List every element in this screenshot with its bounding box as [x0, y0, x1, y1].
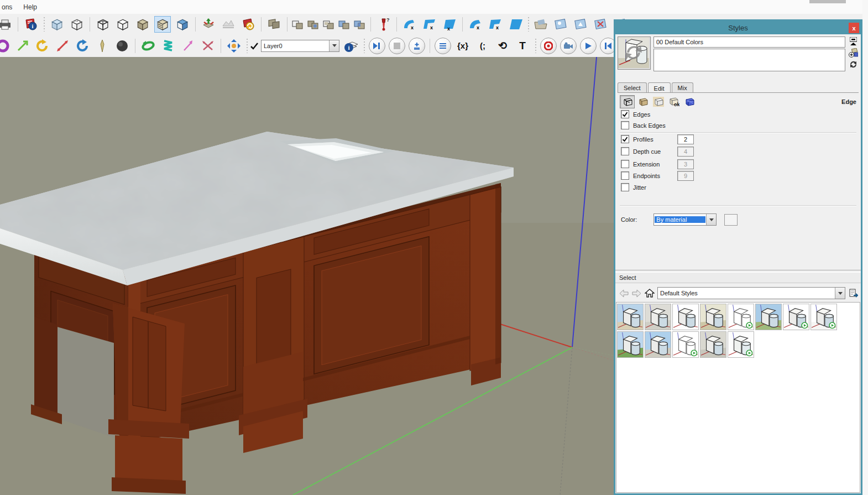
union-solids-icon[interactable]: [306, 17, 321, 32]
style-thumbnail-shaded-white[interactable]: [672, 304, 699, 330]
trim-solids-icon[interactable]: [337, 17, 352, 32]
style-thumbnail-shaded-gray[interactable]: [645, 304, 671, 330]
style-thumbnail-shaded-green-ground[interactable]: [617, 331, 644, 358]
home-icon[interactable]: [643, 287, 656, 299]
back-edges-mode-icon[interactable]: [69, 16, 85, 33]
edge-color-combobox-arrow[interactable]: [706, 214, 716, 225]
style-name-field[interactable]: 00 Default Colors: [653, 37, 845, 48]
monochrome-mode-icon[interactable]: [174, 16, 191, 33]
open-folder-icon[interactable]: [533, 16, 550, 33]
green-arrow-icon[interactable]: [14, 38, 31, 54]
profiles-checkbox[interactable]: [621, 135, 629, 143]
text-tool-icon[interactable]: T: [514, 38, 531, 54]
intersect-solids-icon[interactable]: [291, 17, 305, 32]
layer-combobox-arrow[interactable]: [329, 40, 339, 51]
styles-panel-titlebar[interactable]: Styles x: [615, 21, 861, 34]
style-description-field[interactable]: [653, 49, 845, 71]
style-thumbnail-shaded-white-fast[interactable]: [783, 304, 809, 330]
menu-item-truncated[interactable]: ons: [0, 1, 18, 13]
red-arrows-icon[interactable]: [54, 38, 71, 54]
plus-minus-button[interactable]: [409, 38, 425, 54]
subtract-solids-icon[interactable]: [322, 17, 336, 32]
profiles-value-input[interactable]: 2: [677, 134, 694, 144]
style-thumbnail-shaded-warmgray[interactable]: [700, 331, 726, 358]
forward-icon[interactable]: [630, 287, 643, 299]
style-thumbnail-shaded-sky-tan[interactable]: [617, 304, 644, 330]
back-edges-checkbox[interactable]: [621, 121, 629, 129]
model-viewport[interactable]: [0, 57, 614, 495]
blue-rotate-icon[interactable]: [74, 38, 91, 54]
styles-collection-arrow[interactable]: [835, 288, 845, 299]
bevel-corner-large-icon[interactable]: [507, 16, 524, 33]
green-orbit-icon[interactable]: [140, 38, 156, 54]
jitter-checkbox[interactable]: [621, 183, 629, 191]
collection-details-icon[interactable]: [848, 287, 859, 299]
sharp-corner-icon[interactable]: x: [421, 16, 438, 33]
extension-checkbox-row[interactable]: Extension 3: [621, 160, 660, 168]
back-edges-checkbox-row[interactable]: Back Edges: [621, 121, 666, 129]
xray-mode-icon[interactable]: [49, 16, 65, 33]
purple-ring-icon[interactable]: [0, 38, 11, 54]
sharp-corner-large-icon[interactable]: x: [487, 16, 504, 33]
update-style-button[interactable]: [849, 60, 858, 69]
edge-color-combobox[interactable]: By material: [653, 213, 717, 226]
style-thumbnail-shaded-green-tan[interactable]: [700, 304, 726, 330]
secondary-pane-header[interactable]: Select: [615, 272, 861, 283]
modeling-settings-icon[interactable]: [682, 95, 697, 108]
play-pause-button[interactable]: [369, 38, 385, 54]
parentheses-icon[interactable]: (;: [474, 38, 491, 54]
extension-checkbox[interactable]: [621, 160, 629, 168]
close-icon[interactable]: x: [849, 23, 859, 33]
tab-select[interactable]: Select: [618, 82, 647, 92]
edges-checkbox[interactable]: [621, 110, 629, 118]
face-settings-icon[interactable]: [635, 95, 650, 108]
blue-cycle-icon[interactable]: [226, 38, 242, 54]
layer-manager-icon[interactable]: i: [343, 38, 359, 54]
black-sphere-icon[interactable]: [114, 38, 130, 54]
endpoints-checkbox-row[interactable]: Endpoints 9: [621, 171, 660, 180]
shaded-with-textures-mode-icon[interactable]: [154, 16, 171, 33]
model-info-icon[interactable]: i: [23, 16, 39, 33]
hidden-line-mode-icon[interactable]: [114, 16, 131, 33]
depth-cue-checkbox-row[interactable]: Depth cue 4: [621, 147, 661, 155]
wireframe-mode-icon[interactable]: [95, 16, 111, 33]
image-tool-3-icon[interactable]: [593, 16, 609, 33]
rotate-back-icon[interactable]: ⟲: [494, 38, 511, 54]
bevel-corner-icon[interactable]: x: [441, 16, 458, 33]
photo-textures-icon[interactable]: [240, 16, 257, 33]
layer-combobox[interactable]: Layer0: [261, 40, 339, 52]
add-location-icon[interactable]: [200, 16, 217, 33]
shaded-mode-icon[interactable]: [134, 16, 151, 33]
style-thumbnail-shaded-white-fast2[interactable]: [811, 304, 837, 330]
teal-spring-icon[interactable]: [160, 38, 176, 54]
style-thumbnail-hiddenline-white[interactable]: [728, 304, 754, 330]
edge-color-swatch[interactable]: [724, 214, 738, 226]
background-settings-icon[interactable]: [651, 95, 666, 108]
play-button[interactable]: [580, 38, 597, 54]
edge-settings-icon[interactable]: [620, 95, 635, 108]
styles-collection-combobox[interactable]: Default Styles: [657, 287, 845, 299]
round-corner-icon[interactable]: x: [401, 16, 418, 33]
record-button[interactable]: [540, 38, 557, 54]
style-thumbnail-xray-fast[interactable]: [728, 331, 754, 358]
menu-lines-button[interactable]: [435, 38, 451, 54]
show-secondary-pane-button[interactable]: [849, 37, 858, 46]
stop-button[interactable]: [389, 38, 405, 54]
print-icon[interactable]: [0, 16, 13, 33]
outer-shell-icon[interactable]: [266, 16, 283, 33]
style-thumbnail-shaded-sky-green[interactable]: [755, 304, 782, 330]
split-solids-icon[interactable]: [353, 17, 367, 32]
magenta-arrow-icon[interactable]: [180, 38, 196, 54]
image-tool-1-icon[interactable]: [553, 16, 569, 33]
jitter-checkbox-row[interactable]: Jitter: [621, 183, 646, 191]
round-corner-large-icon[interactable]: x: [467, 16, 484, 33]
tab-edit[interactable]: Edit: [648, 82, 671, 93]
endpoints-checkbox[interactable]: [621, 171, 629, 180]
style-thumbnail-shaded-sky-gray[interactable]: [645, 331, 671, 358]
create-new-style-button[interactable]: [849, 48, 858, 58]
tab-mix[interactable]: Mix: [672, 82, 693, 92]
back-icon[interactable]: [618, 287, 630, 299]
depth-cue-checkbox[interactable]: [621, 147, 629, 155]
yellow-rotate-icon[interactable]: [34, 38, 51, 54]
crossed-lines-icon[interactable]: [200, 38, 216, 54]
